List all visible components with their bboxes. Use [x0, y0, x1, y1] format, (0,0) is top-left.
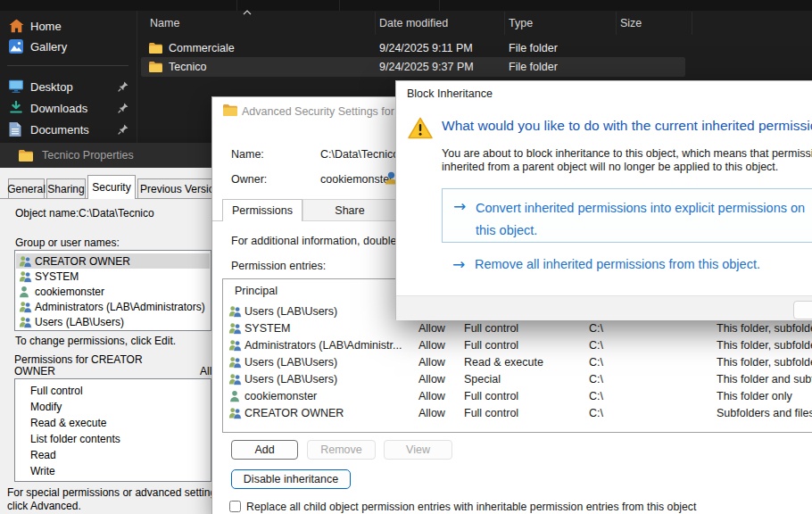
tab-general[interactable]: General — [8, 178, 45, 198]
convert-permissions-command-link[interactable]: → Convert inherited permissions into exp… — [442, 188, 812, 243]
home-icon — [9, 20, 24, 33]
block-inheritance-dialog: Block Inheritance What would you like to… — [395, 80, 812, 319]
table-row[interactable]: SYSTEM Allow Full control C:\ This folde… — [224, 319, 812, 336]
users-group-icon — [228, 356, 242, 368]
users-group-icon — [228, 407, 242, 419]
users-group-icon — [228, 339, 242, 351]
table-row[interactable]: cookiemonster Allow Full control C:\ Thi… — [224, 387, 812, 404]
permissions-for-label-line1: Permissions for CREATOR — [14, 353, 143, 366]
users-group-icon — [228, 373, 242, 385]
permission-entries-label: Permission entries: — [231, 260, 326, 272]
replace-checkbox-label: Replace all child object permission entr… — [246, 501, 696, 513]
folder-icon — [223, 104, 237, 116]
sidebar-item-downloads[interactable]: Downloads — [0, 98, 136, 118]
users-group-icon — [19, 255, 32, 267]
arrow-right-icon: → — [453, 199, 466, 214]
table-row[interactable]: Users (LAB\Users) Allow Read & execute C… — [224, 353, 812, 370]
advanced-hint-line1: For special permissions or advanced sett… — [7, 486, 224, 499]
table-row[interactable]: Administrators (LAB\Administr... Allow F… — [224, 336, 812, 353]
remove-permissions-command-link[interactable]: Remove all inherited permissions from th… — [475, 257, 760, 271]
list-item-cookiemonster[interactable]: cookiemonster — [16, 284, 210, 299]
users-group-icon — [19, 301, 32, 312]
list-item-creator-owner[interactable]: CREATOR OWNER — [16, 253, 210, 269]
users-group-icon — [228, 305, 242, 317]
permission-item[interactable]: Read & execute — [30, 417, 106, 429]
sidebar-separator — [7, 65, 128, 66]
screen: Name Date modified Type Size Commerciale… — [0, 0, 812, 514]
downloads-icon — [9, 101, 23, 115]
group-list-label: Group or user names: — [15, 236, 120, 249]
block-dialog-body-line2: inherited from a parent object will no l… — [442, 161, 778, 173]
replace-child-permissions-checkbox[interactable] — [229, 501, 241, 512]
permission-item[interactable]: Modify — [30, 401, 62, 413]
block-dialog-heading: What would you like to do with the curre… — [442, 118, 812, 134]
explorer-top-strip — [0, 0, 812, 11]
column-header-date[interactable]: Date modified — [379, 17, 448, 29]
properties-title: Tecnico Properties — [42, 149, 134, 162]
list-item-users[interactable]: Users (LAB\Users) — [16, 314, 210, 329]
arrow-right-icon: → — [452, 257, 465, 272]
sidebar-item-desktop[interactable]: Desktop — [0, 77, 136, 96]
users-group-icon — [19, 316, 32, 327]
group-user-listbox: CREATOR OWNER SYSTEM cookiemonster Admin… — [14, 250, 211, 331]
permission-item[interactable]: Full control — [30, 385, 83, 397]
list-item-system[interactable]: SYSTEM — [16, 269, 210, 284]
properties-dialog: Tecnico Properties General Sharing Secur… — [0, 143, 218, 514]
block-dialog-footer: Cancel — [396, 295, 812, 320]
remove-button[interactable]: Remove — [307, 440, 376, 460]
owner-value: cookiemonster — [320, 173, 393, 186]
documents-icon — [9, 122, 21, 137]
table-row[interactable]: CREATOR OWNER Allow Full control C:\ Sub… — [224, 404, 812, 421]
file-row-tecnico[interactable]: Tecnico 9/24/2025 9:37 PM File folder — [141, 57, 685, 77]
permission-item[interactable]: List folder contents — [30, 433, 120, 445]
pin-icon — [118, 103, 128, 113]
file-date: 9/24/2025 9:11 PM — [379, 42, 473, 54]
permission-item[interactable]: Special permissions — [30, 480, 126, 482]
add-button[interactable]: Add — [231, 440, 298, 460]
tab-share[interactable]: Share — [302, 199, 397, 221]
folder-icon — [19, 150, 33, 162]
pin-icon — [118, 124, 128, 135]
cancel-button[interactable]: Cancel — [793, 301, 812, 319]
table-header-principal[interactable]: Principal — [235, 285, 278, 297]
users-group-icon — [19, 270, 32, 282]
single-user-icon — [229, 390, 240, 402]
sidebar-item-gallery[interactable]: Gallery — [0, 37, 136, 56]
name-value: C:\Data\Tecnico — [320, 148, 399, 161]
table-row[interactable]: Users (LAB\Users) Allow Special C:\ This… — [224, 370, 812, 387]
sidebar-item-home[interactable]: Home — [0, 16, 136, 36]
pin-icon — [118, 81, 128, 92]
permissions-for-label-line2: OWNER — [14, 365, 55, 377]
tab-sharing[interactable]: Sharing — [46, 178, 86, 198]
sidebar-item-documents[interactable]: Documents — [0, 120, 136, 139]
folder-icon — [149, 62, 162, 72]
file-type: File folder — [509, 42, 558, 54]
column-header-size[interactable]: Size — [620, 17, 642, 29]
block-dialog-body-line1: You are about to block inheritance to th… — [442, 147, 812, 160]
tab-permissions[interactable]: Permissions — [222, 199, 302, 221]
permissions-listbox: Full control Modify Read & execute List … — [14, 378, 211, 482]
desktop-icon — [9, 80, 23, 94]
file-name: Commerciale — [169, 42, 235, 54]
tab-security[interactable]: Security — [87, 175, 136, 199]
object-name-value: C:\Data\Tecnico — [79, 207, 154, 220]
gallery-icon — [9, 39, 23, 54]
list-item-administrators[interactable]: Administrators (LAB\Administrators) — [16, 299, 210, 314]
block-dialog-title: Block Inheritance — [407, 87, 493, 100]
folder-icon — [149, 43, 162, 54]
single-user-icon — [19, 286, 29, 297]
owner-label: Owner: — [231, 173, 267, 186]
file-row-commerciale[interactable]: Commerciale 9/24/2025 9:11 PM File folde… — [141, 39, 685, 57]
permission-item[interactable]: Read — [30, 449, 56, 461]
name-label: Name: — [231, 148, 264, 161]
warning-icon — [408, 117, 433, 139]
users-group-icon — [228, 322, 242, 334]
permission-item[interactable]: Write — [30, 465, 55, 477]
properties-titlebar: Tecnico Properties — [0, 143, 218, 168]
view-button[interactable]: View — [384, 440, 452, 460]
disable-inheritance-button[interactable]: Disable inheritance — [231, 469, 351, 489]
column-header-name[interactable]: Name — [150, 17, 179, 29]
object-name-label: Object name: — [15, 207, 79, 220]
column-header-type[interactable]: Type — [509, 17, 533, 29]
advanced-hint-line2: click Advanced. — [7, 500, 81, 512]
